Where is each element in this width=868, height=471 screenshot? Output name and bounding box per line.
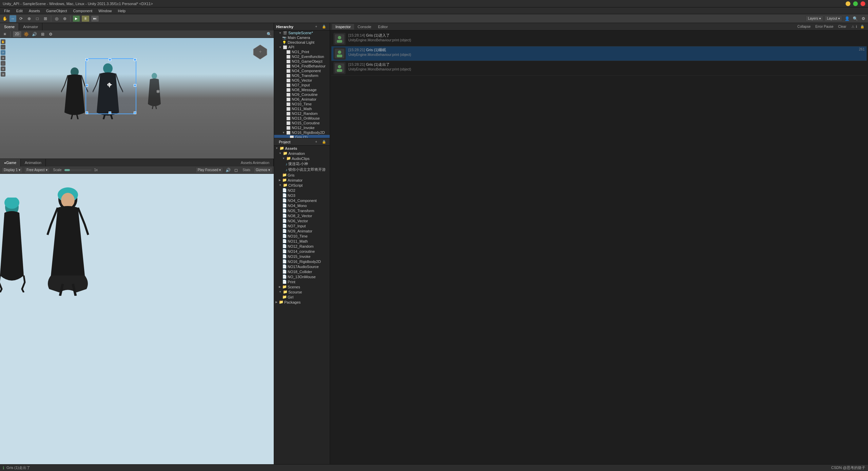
proj-no3[interactable]: 📄 NO3 [274, 193, 330, 198]
handle-bm[interactable] [109, 111, 111, 114]
tool-transform[interactable]: ⊞ [42, 15, 49, 22]
menu-file[interactable]: File [1, 8, 13, 14]
proj-no14coro[interactable]: 📄 NO14_coroutine [274, 249, 330, 254]
proj-no4mono[interactable]: 📄 NO4_Mono [274, 203, 330, 208]
proj-no15inv[interactable]: 📄 NO15_Invoke [274, 254, 330, 259]
hier-no7[interactable]: ⬜ NO7_Input [274, 83, 330, 87]
hier-no5[interactable]: ⬜ NO5_Transform [274, 73, 330, 78]
pivot-toggle[interactable]: ◎ [53, 15, 60, 22]
proj-audioclips[interactable]: ▼ 📁 AudioClips [274, 156, 330, 161]
game-aspect-dropdown[interactable]: Free Aspect ▾ [24, 167, 50, 173]
hier-no9[interactable]: ⬜ NO9_Coroutine [274, 92, 330, 97]
local-global-toggle[interactable]: ⊛ [61, 15, 68, 22]
proj-scourse[interactable]: ▼ 📁 Scourse [274, 289, 330, 294]
scene-tool-6[interactable]: ⊛ [1, 66, 5, 71]
proj-no18col[interactable]: 📄 NO18_Collider [274, 269, 330, 274]
hier-no3[interactable]: ⬜ NO3_GameObejct [274, 59, 330, 64]
log-entry-2[interactable]: [15:28:21] Gris (1)睡眠 UnityEngine.MonoBe… [331, 46, 867, 61]
layers-dropdown[interactable]: Layers ▾ [806, 16, 823, 22]
pause-button[interactable]: ⏸ [81, 15, 90, 22]
tab-animator[interactable]: Animator [19, 23, 42, 30]
hier-no12[interactable]: ⬜ NO11_Math [274, 106, 330, 111]
proj-no2[interactable]: 📄 NO2 [274, 188, 330, 193]
proj-assets-root[interactable]: ▼ 📁 Assets [274, 146, 330, 151]
scene-tool-2[interactable]: ↔ [1, 45, 5, 49]
hierarchy-add-btn[interactable]: + [313, 24, 319, 29]
handle-tl[interactable] [85, 58, 88, 61]
scene-gizmos[interactable]: ⚙ [47, 31, 54, 38]
hier-no1[interactable]: ⬜ NO1_Print [274, 49, 330, 54]
proj-no8-2vec[interactable]: 📄 NO8_2_Vector [274, 213, 330, 218]
vsync-icon[interactable]: ◻ [233, 167, 239, 173]
tool-hand[interactable]: ✋ [1, 15, 8, 22]
shading-mode[interactable]: ☀ [1, 31, 8, 38]
gizmos-dropdown[interactable]: Gizmos ▾ [253, 167, 272, 173]
hier-no4[interactable]: ⬜ NO4_FindBehaviour [274, 64, 330, 68]
handle-ml[interactable] [85, 84, 88, 87]
collapse-btn[interactable]: Collapse [796, 24, 812, 29]
mute-icon[interactable]: 🔊 [225, 167, 231, 173]
hier-no15[interactable]: ⬜ NO15_Coroutine [274, 121, 330, 125]
fx-toggle[interactable]: ⊞ [39, 31, 46, 38]
hier-no14[interactable]: ⬜ NO13_OnMouse [274, 116, 330, 121]
handle-tr[interactable] [134, 58, 136, 61]
scale-slider[interactable] [64, 169, 92, 171]
proj-no17aud[interactable]: 📄 NO17AudioSource [274, 264, 330, 269]
proj-music1[interactable]: ♪ 拢连花-小神 [274, 161, 330, 167]
hier-no10[interactable]: ⬜ NO6_Animator [274, 97, 330, 102]
proj-print[interactable]: 📄 Print [274, 279, 330, 284]
hier-no6[interactable]: ⬜ NO5_Vector [274, 78, 330, 83]
tab-animation[interactable]: Animation [21, 159, 46, 166]
proj-no11math[interactable]: 📄 NO11_Math [274, 239, 330, 244]
proj-no7inp[interactable]: 📄 NO7_Input [274, 223, 330, 228]
play-focused-dropdown[interactable]: Play Focused ▾ [195, 167, 224, 173]
clear-btn[interactable]: Clear [836, 24, 848, 29]
hier-gris1[interactable]: ⬜ Gris (1) [274, 135, 330, 138]
settings-icon[interactable]: ⚙ [860, 15, 867, 22]
menu-edit[interactable]: Edit [14, 8, 25, 14]
minimize-button[interactable] [846, 1, 850, 6]
close-button[interactable] [861, 1, 865, 6]
proj-no12rand[interactable]: 📄 NO12_Random [274, 244, 330, 249]
proj-no4comp[interactable]: 📄 NO4_Component [274, 198, 330, 203]
error-pause-btn[interactable]: Error Pause [814, 24, 835, 29]
menu-help[interactable]: Help [115, 8, 128, 14]
tool-scale[interactable]: ⊕ [26, 15, 33, 22]
menu-window[interactable]: Window [96, 8, 114, 14]
step-button[interactable]: ⏭ [91, 15, 99, 22]
layout-dropdown[interactable]: Layout ▾ [825, 16, 842, 22]
project-lock-btn[interactable]: 🔒 [320, 139, 328, 144]
proj-no9anim[interactable]: 📄 NO9_Animator [274, 228, 330, 233]
game-display-dropdown[interactable]: Display 1 ▾ [1, 167, 23, 173]
proj-packages[interactable]: ▶ 📁 Packages [274, 300, 330, 305]
hier-api[interactable]: ▼ ⬜ API [274, 45, 330, 49]
editor-tab[interactable]: Editor [375, 24, 391, 29]
handle-br[interactable] [134, 111, 136, 114]
handle-bl[interactable] [85, 111, 88, 114]
hier-no16[interactable]: ⬜ NO12_Invoke [274, 125, 330, 130]
tool-move[interactable]: ↔ [9, 15, 16, 22]
inspector-content[interactable]: [15:28:14] Gris (1)进入了 UnityEngine.MonoB… [330, 30, 868, 471]
proj-scenes[interactable]: ▶ 📁 Scenes [274, 284, 330, 289]
audio-toggle[interactable]: 🔊 [31, 31, 38, 38]
stats-button[interactable]: Stats [241, 167, 252, 172]
project-add-btn[interactable]: + [313, 139, 319, 144]
proj-music2[interactable]: ♪ 锁你小说立文即将开游 [274, 167, 330, 172]
account-icon[interactable]: 👤 [844, 15, 850, 22]
proj-no16rig[interactable]: 📄 NO16_Rigidbody2D [274, 259, 330, 264]
hier-no11[interactable]: ⬜ NO10_Time [274, 102, 330, 106]
tool-rect[interactable]: □ [34, 15, 41, 22]
console-tab[interactable]: Console [354, 24, 374, 29]
proj-animator[interactable]: ▶ 📁 Animator [274, 178, 330, 183]
menu-assets[interactable]: Assets [26, 8, 43, 14]
project-content[interactable]: ▼ 📁 Assets ▼ 📁 Animation ▼ 📁 AudioClips [274, 146, 330, 471]
inspector-tab[interactable]: Inspector [332, 24, 354, 29]
hier-no13[interactable]: ⬜ NO12_Random [274, 111, 330, 116]
handle-tm[interactable] [109, 58, 111, 61]
lighting-toggle[interactable]: 🔆 [23, 31, 30, 38]
log-entry-3[interactable]: [15:28:21] Gris (1)走出了 UnityEngine.MonoB… [331, 61, 867, 76]
inspector-lock-btn[interactable]: 🔒 [859, 24, 866, 29]
tab-scene[interactable]: Scene [0, 23, 19, 30]
hier-dir-light[interactable]: 💡 Directional Light [274, 40, 330, 45]
hier-main-camera[interactable]: 📷 Main Camera [274, 35, 330, 40]
